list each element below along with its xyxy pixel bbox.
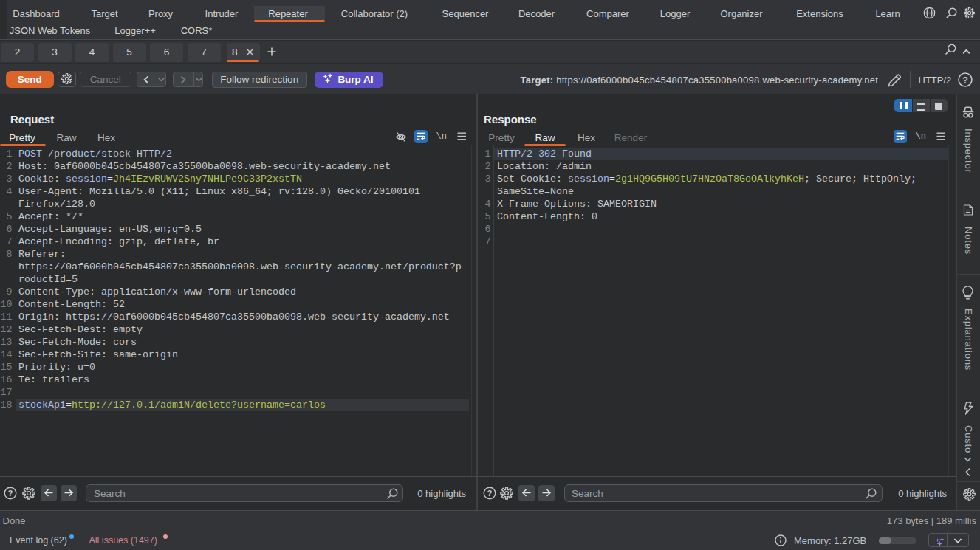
svg-text:?: ? [962,75,968,85]
svg-text:?: ? [7,488,13,497]
svg-text:?: ? [487,488,492,497]
